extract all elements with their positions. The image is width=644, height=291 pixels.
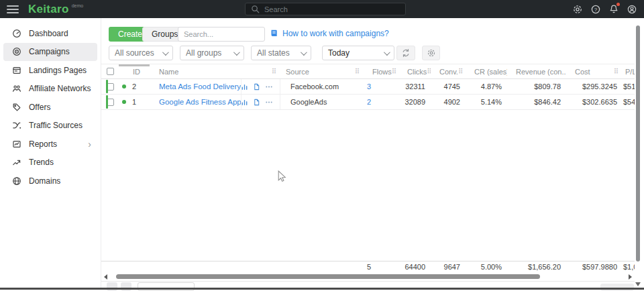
column-header-cr[interactable]: CR (sales) (466, 64, 507, 78)
column-header-cost[interactable]: Cost (566, 64, 623, 78)
groups-filter-select[interactable]: All groups (180, 46, 244, 60)
column-header-id[interactable]: ID (119, 64, 152, 78)
status-active-dot (122, 84, 126, 89)
sidebar-item-offers[interactable]: Offers (3, 98, 97, 117)
sidebar-item-landings-pages[interactable]: Landings Pages (3, 61, 97, 80)
notifications-bell-icon[interactable] (608, 4, 619, 15)
status-active-dot (122, 100, 126, 104)
affiliate-networks-icon (12, 84, 22, 94)
conv-cell: 4902 (431, 95, 466, 109)
global-search[interactable] (245, 3, 406, 15)
column-header-flows[interactable]: Flows (364, 64, 398, 78)
flows-link[interactable]: 3 (367, 82, 371, 91)
campaigns-icon (12, 47, 22, 57)
campaign-id: 1 (132, 98, 136, 106)
revenue-cell: $809.78 (507, 79, 566, 94)
page-size-select[interactable] (138, 282, 195, 291)
row-checkbox[interactable] (107, 99, 114, 106)
sidebar-item-label: Trends (29, 158, 54, 167)
table-settings-button[interactable] (422, 46, 440, 60)
column-header-revenue[interactable]: Revenue (con... (507, 64, 566, 78)
campaign-stats-icon[interactable] (241, 99, 248, 106)
drag-handle-icon[interactable] (614, 68, 619, 75)
totals-row: 5 64400 9647 5.00% $1,656.20 $597.9880 $… (101, 261, 635, 272)
menu-icon[interactable] (7, 3, 19, 15)
totals-conv: 9647 (431, 261, 466, 272)
table-row[interactable]: 2 Meta Ads Food Delivery Promo Facebook.… (101, 79, 635, 95)
cr-cell: 5.14% (466, 95, 507, 109)
help-article-link[interactable]: How to work with campaigns? (270, 29, 389, 38)
chevron-down-icon (301, 49, 307, 56)
clicks-cell: 32311 (398, 79, 431, 94)
svg-text:?: ? (594, 7, 598, 13)
vertical-scrollbar-thumb[interactable] (636, 25, 640, 261)
column-header-source[interactable]: Source (280, 64, 364, 78)
sidebar-item-label: Traffic Sources (29, 121, 83, 130)
sidebar-item-label: Campaigns (29, 47, 70, 56)
campaign-stats-icon[interactable] (241, 83, 248, 91)
scroll-down-arrow-icon[interactable] (635, 282, 641, 286)
app-window: Keitaro demo ? Das (0, 0, 644, 291)
filters-row: All sources All groups All states Today (101, 46, 635, 60)
horizontal-scrollbar-thumb[interactable] (116, 274, 540, 279)
campaigns-search-input[interactable] (178, 27, 265, 42)
global-search-input[interactable] (264, 5, 385, 13)
more-actions-icon[interactable] (265, 83, 273, 91)
refresh-icon (401, 48, 411, 58)
source-cell: GoogleAds (280, 95, 364, 109)
sidebar-item-campaigns[interactable]: Campaigns (3, 43, 97, 62)
totals-clicks: 64400 (398, 261, 431, 272)
account-icon[interactable] (627, 4, 637, 15)
select-all-checkbox[interactable] (107, 68, 114, 75)
horizontal-scrollbar[interactable] (101, 272, 635, 282)
column-header-pl[interactable]: P/L ( (623, 64, 635, 78)
column-header-conv[interactable]: Conv. (431, 64, 466, 78)
campaign-name-link[interactable]: Meta Ads Food Delivery Promo (159, 82, 241, 91)
gear-icon (427, 48, 436, 58)
scroll-right-arrow-icon[interactable] (629, 274, 632, 280)
reports-icon (12, 139, 22, 149)
campaign-log-icon[interactable] (253, 99, 260, 106)
pagination-button[interactable] (107, 282, 117, 291)
sidebar-item-traffic-sources[interactable]: Traffic Sources (3, 117, 97, 135)
table-row[interactable]: 1 Google Ads Fitness App Split GoogleAds… (101, 95, 635, 110)
sidebar-item-affiliate-networks[interactable]: Affiliate Networks (3, 80, 97, 99)
totals-pl: $1,05 (623, 261, 635, 272)
drag-handle-icon[interactable] (272, 68, 276, 75)
settings-gear-icon[interactable] (572, 4, 583, 15)
more-actions-icon[interactable] (265, 99, 273, 106)
drag-handle-icon[interactable] (392, 68, 396, 75)
vertical-scrollbar[interactable] (636, 18, 641, 288)
sidebar-item-dashboard[interactable]: Dashboard (3, 24, 97, 43)
column-header-name[interactable]: Name (152, 64, 241, 78)
chevron-down-icon (384, 49, 390, 56)
campaign-name-link[interactable]: Google Ads Fitness App Split (159, 98, 241, 106)
sidebar-item-reports[interactable]: Reports (3, 135, 97, 154)
campaigns-toolbar: Create Groups How to work with campaigns… (101, 27, 635, 42)
campaign-log-icon[interactable] (253, 83, 260, 91)
scroll-left-arrow-icon[interactable] (104, 274, 107, 280)
domains-icon (12, 176, 22, 186)
column-header-clicks[interactable]: Clicks (398, 64, 431, 78)
sidebar-item-trends[interactable]: Trends (3, 154, 97, 172)
source-cell: Facebook.com (280, 79, 364, 94)
cost-cell: $302.6635 (566, 95, 623, 109)
campaign-id: 2 (132, 82, 136, 91)
states-filter-select[interactable]: All states (251, 46, 311, 60)
clicks-cell: 32089 (398, 95, 431, 109)
sources-filter-select[interactable]: All sources (109, 46, 173, 60)
traffic-sources-icon (12, 121, 22, 131)
flows-link[interactable]: 2 (367, 98, 371, 106)
topbar-icons: ? (572, 0, 637, 18)
pagination-button[interactable] (121, 282, 131, 291)
groups-filter-value: All groups (186, 48, 221, 58)
date-range-select[interactable]: Today (322, 46, 394, 60)
row-checkbox[interactable] (107, 83, 114, 91)
sidebar-item-label: Reports (29, 139, 57, 149)
drag-handle-icon[interactable] (355, 68, 360, 75)
drag-handle-icon[interactable] (458, 68, 463, 75)
help-icon[interactable]: ? (590, 4, 601, 15)
refresh-button[interactable] (396, 46, 415, 60)
sidebar-item-label: Dashboard (29, 29, 68, 38)
sidebar-item-domains[interactable]: Domains (3, 172, 97, 190)
